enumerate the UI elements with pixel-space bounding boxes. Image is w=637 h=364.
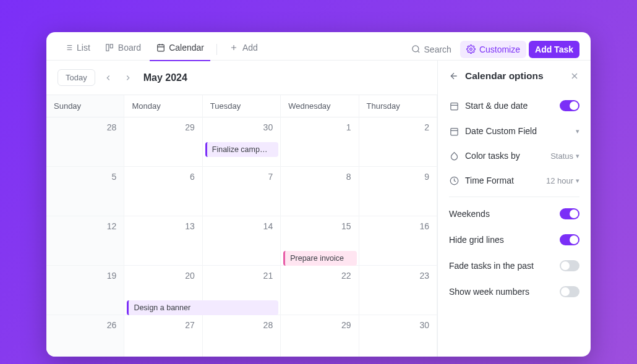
fade-past-toggle[interactable]: [560, 260, 579, 271]
option-label: Show week numbers: [449, 287, 554, 297]
option-label: Hide grid lines: [449, 235, 554, 245]
day-cell[interactable]: 2: [359, 117, 437, 167]
tab-board-label: Board: [118, 43, 141, 53]
calendar-icon: [449, 101, 459, 111]
search-button[interactable]: Search: [405, 41, 458, 58]
day-number: 29: [185, 122, 195, 132]
day-cell[interactable]: 13: [124, 216, 202, 266]
week-row: 1213141516Prepare invoice: [46, 216, 437, 266]
day-cell[interactable]: 29: [124, 117, 202, 167]
day-cell[interactable]: 23: [359, 266, 437, 315]
gear-icon: [466, 44, 476, 54]
day-number: 12: [107, 221, 117, 231]
calendar-grid: 28293012Finalize camp…567891213141516Pre…: [46, 117, 437, 357]
panel-back-button[interactable]: [449, 71, 459, 81]
list-icon: [64, 43, 73, 52]
day-cell[interactable]: 7: [203, 167, 281, 216]
day-number: 9: [424, 172, 429, 182]
day-cell[interactable]: 22: [281, 266, 359, 315]
svg-rect-6: [106, 44, 109, 51]
day-cell[interactable]: 1: [281, 117, 359, 167]
calendar-icon: [449, 126, 459, 136]
day-number: 28: [263, 320, 273, 330]
day-of-week-cell: Sunday: [46, 95, 124, 117]
week-row: 56789: [46, 167, 437, 216]
panel-close-button[interactable]: [570, 71, 579, 81]
day-cell[interactable]: 9: [359, 167, 437, 216]
option-week-numbers[interactable]: Show week numbers: [449, 279, 579, 305]
month-label: May 2024: [143, 72, 187, 83]
task-chip[interactable]: Design a banner: [127, 300, 278, 315]
calendar-area: Today May 2024 SundayMondayTuesdayWednes…: [46, 61, 437, 357]
chevron-down-icon: ▾: [576, 152, 579, 160]
option-fade-past[interactable]: Fade tasks in the past: [449, 253, 579, 279]
day-cell[interactable]: 5: [46, 167, 124, 216]
day-number: 15: [341, 221, 351, 231]
divider: [449, 197, 579, 197]
tab-board[interactable]: Board: [99, 38, 147, 61]
week-numbers-toggle[interactable]: [560, 286, 579, 297]
tab-calendar-label: Calendar: [169, 43, 204, 53]
svg-rect-20: [450, 103, 457, 109]
tab-add-label: Add: [242, 43, 258, 53]
options-panel: Calendar options Start & due date Date C…: [437, 61, 591, 357]
topbar: List Board Calendar Add Search: [46, 32, 591, 61]
day-number: 22: [341, 271, 351, 281]
tab-calendar[interactable]: Calendar: [150, 38, 210, 61]
option-label: Weekends: [449, 209, 554, 219]
day-cell[interactable]: 29: [281, 315, 359, 357]
option-label: Time Format: [465, 176, 540, 185]
task-chip[interactable]: Prepare invoice: [283, 251, 356, 266]
droplet-icon: [449, 151, 459, 161]
day-cell[interactable]: 28: [203, 315, 281, 357]
option-start-due-date[interactable]: Start & due date: [449, 93, 579, 119]
search-icon: [411, 44, 421, 54]
option-color-tasks-by[interactable]: Color tasks by Status ▾: [449, 143, 579, 168]
tab-list-label: List: [77, 43, 90, 53]
option-weekends[interactable]: Weekends: [449, 201, 579, 227]
clock-icon: [449, 176, 459, 185]
option-label: Color tasks by: [465, 151, 544, 161]
app-window: List Board Calendar Add Search: [46, 32, 591, 357]
task-chip[interactable]: Finalize camp…: [205, 142, 278, 157]
customize-button[interactable]: Customize: [460, 41, 526, 58]
day-cell[interactable]: 19: [46, 266, 124, 315]
day-number: 2: [424, 122, 429, 132]
tab-add[interactable]: Add: [223, 38, 264, 61]
week-row: 1920212223Design a banner: [46, 266, 437, 315]
option-hide-grid-lines[interactable]: Hide grid lines: [449, 227, 579, 253]
day-of-week-cell: Tuesday: [203, 95, 281, 117]
tab-list[interactable]: List: [58, 38, 96, 61]
plus-icon: [229, 43, 239, 52]
prev-month-button[interactable]: [101, 71, 115, 85]
add-task-label: Add Task: [535, 44, 573, 54]
day-cell[interactable]: 14: [203, 216, 281, 266]
start-due-toggle[interactable]: [560, 100, 579, 111]
hide-grid-toggle[interactable]: [560, 234, 579, 245]
day-number: 23: [419, 271, 429, 281]
day-number: 8: [346, 172, 351, 182]
day-cell[interactable]: 27: [124, 315, 202, 357]
day-cell[interactable]: 30: [359, 315, 437, 357]
day-cell[interactable]: 16: [359, 216, 437, 266]
day-cell[interactable]: 12: [46, 216, 124, 266]
svg-point-16: [470, 48, 472, 51]
day-cell[interactable]: 28: [46, 117, 124, 167]
add-task-button[interactable]: Add Task: [529, 41, 579, 58]
weekends-toggle[interactable]: [560, 208, 579, 219]
today-button[interactable]: Today: [58, 69, 95, 86]
chevron-down-icon: ▾: [576, 177, 579, 185]
day-number: 30: [419, 320, 429, 330]
svg-rect-7: [110, 44, 113, 48]
option-label: Date Custom Field: [465, 126, 570, 136]
calendar-icon: [156, 43, 165, 52]
day-number: 26: [107, 320, 117, 330]
day-cell[interactable]: 26: [46, 315, 124, 357]
option-date-custom-field[interactable]: Date Custom Field ▾: [449, 119, 579, 143]
option-time-format[interactable]: Time Format 12 hour ▾: [449, 168, 579, 193]
next-month-button[interactable]: [121, 71, 135, 85]
day-number: 16: [419, 221, 429, 231]
week-row: 28293012Finalize camp…: [46, 117, 437, 167]
day-cell[interactable]: 6: [124, 167, 202, 216]
day-cell[interactable]: 8: [281, 167, 359, 216]
